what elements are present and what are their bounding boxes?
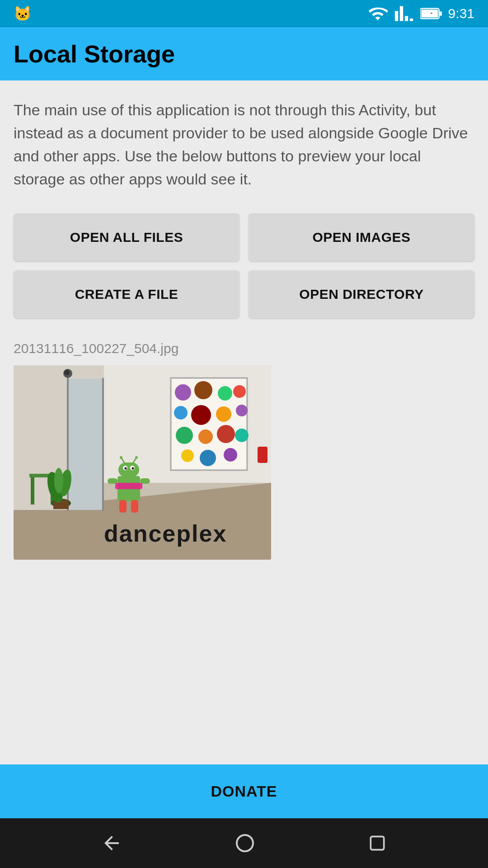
svg-rect-47 [119,500,127,513]
open-all-files-button[interactable]: OPEN ALL FILES [14,213,239,261]
svg-point-29 [198,429,213,444]
main-content: The main use of this application is not … [0,80,488,764]
svg-point-43 [120,456,122,459]
home-button[interactable] [234,832,256,854]
nav-bar [0,818,488,868]
svg-point-27 [236,405,248,416]
svg-point-24 [174,406,188,420]
preview-image: danceplex [14,365,271,560]
svg-point-23 [233,385,246,398]
svg-rect-2 [421,9,438,18]
svg-rect-46 [140,478,150,484]
app-title: Local Storage [14,40,175,67]
svg-point-26 [216,406,231,422]
back-button[interactable] [101,832,122,854]
svg-rect-49 [115,483,142,489]
create-a-file-button[interactable]: CREATE A FILE [14,270,239,318]
svg-point-22 [218,386,232,401]
svg-point-31 [235,429,249,442]
svg-rect-55 [371,836,384,849]
svg-rect-7 [68,379,104,510]
file-name: 20131116_100227_504.jpg [14,341,474,356]
svg-point-54 [237,835,253,851]
svg-point-32 [181,449,194,462]
svg-point-33 [200,450,216,466]
svg-rect-11 [31,477,34,505]
open-directory-button[interactable]: OPEN DIRECTORY [249,270,474,318]
status-bar: 🐱 9:31 [0,0,488,27]
svg-point-30 [217,425,235,443]
app-bar: Local Storage [0,27,488,80]
status-bar-left: 🐱 [14,5,32,22]
svg-text:danceplex: danceplex [104,520,227,547]
buttons-grid: OPEN ALL FILES OPEN IMAGES CREATE A FILE… [14,213,474,318]
donate-label: DONATE [211,783,277,800]
svg-point-17 [54,468,63,493]
svg-point-44 [135,456,138,459]
svg-rect-51 [258,447,267,463]
svg-rect-1 [439,11,441,16]
battery-icon [420,7,442,20]
svg-rect-36 [118,462,139,477]
recents-button[interactable] [367,833,387,853]
image-preview: danceplex [14,365,271,560]
svg-rect-9 [102,378,104,511]
notification-icon: 🐱 [14,5,32,22]
svg-point-28 [176,427,193,444]
svg-point-40 [132,467,134,470]
svg-point-53 [64,370,70,375]
svg-point-34 [224,448,237,462]
status-bar-right: 9:31 [368,4,474,24]
svg-point-21 [194,381,212,399]
status-time: 9:31 [448,6,474,21]
open-images-button[interactable]: OPEN IMAGES [249,213,474,261]
description-text: The main use of this application is not … [14,99,474,191]
svg-rect-45 [108,478,117,484]
donate-bar[interactable]: DONATE [0,764,488,818]
svg-rect-48 [131,500,138,513]
svg-point-39 [125,467,127,470]
wifi-icon [368,4,388,24]
svg-point-20 [175,384,191,401]
signal-icon [394,4,414,24]
svg-point-25 [191,405,211,425]
